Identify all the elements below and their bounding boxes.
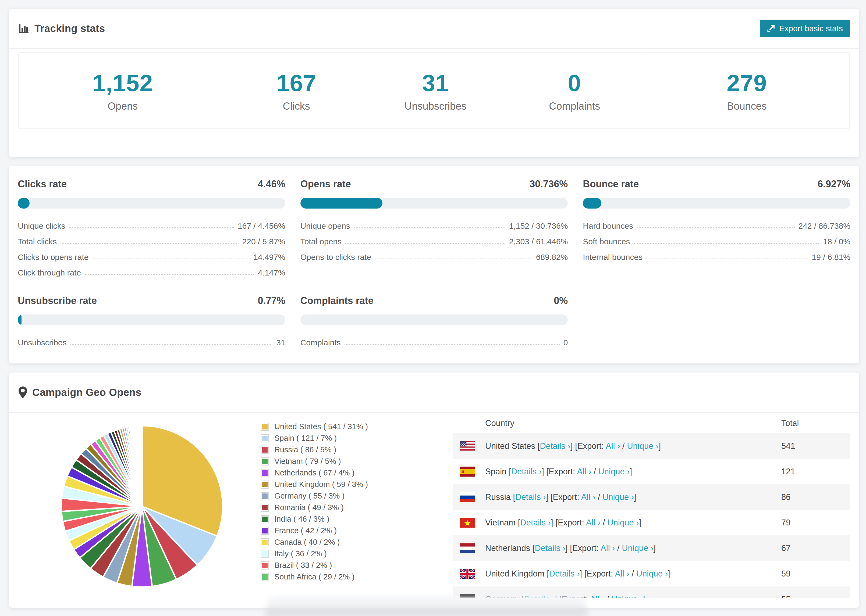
stat-cell-clicks: 167Clicks — [227, 53, 366, 129]
dotted-leader — [354, 227, 505, 228]
export-all-link[interactable]: All › — [586, 518, 600, 527]
dotted-leader — [69, 227, 234, 228]
rate-detail-row: Click through rate4.147% — [18, 262, 285, 277]
rate-header: Bounce rate6.927% — [583, 178, 850, 190]
stat-value: 167 — [276, 69, 316, 97]
total-cell: 541 — [781, 441, 850, 451]
rate-title: Bounce rate — [583, 178, 639, 190]
stat-value: 0 — [568, 69, 581, 97]
stat-cell-unsubscribes: 31Unsubscribes — [366, 53, 505, 129]
legend-label: Romania ( 49 / 3% ) — [274, 503, 344, 512]
legend-swatch — [261, 538, 269, 546]
details-link[interactable]: Details › — [520, 518, 551, 527]
export-all-link[interactable]: All › — [601, 544, 615, 553]
dotted-leader — [375, 259, 532, 259]
rate-title: Complaints rate — [301, 295, 373, 306]
rate-value: 30.736% — [529, 178, 568, 190]
export-unique-link[interactable]: Unique › — [607, 518, 639, 527]
export-unique-link[interactable]: Unique › — [622, 544, 653, 553]
details-link[interactable]: Details › — [540, 441, 570, 451]
legend-item[interactable]: Canada ( 40 / 2% ) — [261, 536, 446, 548]
rate-progress-fill — [583, 198, 601, 209]
details-link[interactable]: Details › — [549, 569, 580, 578]
table-row-nl: Netherlands [Details ›] [Export: All › /… — [453, 535, 850, 561]
legend-item[interactable]: Vietnam ( 79 / 5% ) — [261, 456, 446, 467]
export-unique-link[interactable]: Unique › — [627, 441, 658, 451]
legend-item[interactable]: United Kingdom ( 59 / 3% ) — [261, 479, 446, 490]
total-cell: 55 — [781, 594, 850, 599]
stats-summary-row: 1,152Opens167Clicks31Unsubscribes0Compla… — [18, 52, 850, 129]
stat-label: Opens — [107, 101, 138, 112]
geo-title: Campaign Geo Opens — [32, 387, 142, 398]
legend-item[interactable]: Romania ( 49 / 3% ) — [261, 502, 446, 513]
rate-progress-fill — [18, 198, 30, 209]
dotted-leader — [71, 344, 273, 345]
country-name: United States — [485, 441, 538, 451]
rate-detail-value: 18 / 0% — [823, 237, 850, 246]
details-link[interactable]: Details › — [535, 544, 565, 553]
legend-item[interactable]: Italy ( 36 / 2% ) — [261, 548, 446, 559]
export-all-link[interactable]: All › — [581, 492, 595, 502]
legend-item[interactable]: United States ( 541 / 31% ) — [261, 421, 446, 432]
export-unique-link[interactable]: Unique › — [611, 594, 643, 599]
legend-label: Canada ( 40 / 2% ) — [274, 538, 340, 547]
export-unique-link[interactable]: Unique › — [598, 467, 630, 476]
total-column-header: Total — [781, 418, 850, 428]
legend-item[interactable]: Spain ( 121 / 7% ) — [261, 432, 446, 444]
legend-item[interactable]: Brazil ( 33 / 2% ) — [261, 559, 446, 571]
rate-detail-value: 31 — [276, 338, 285, 347]
rate-detail-value: 2,303 / 61.446% — [509, 237, 568, 246]
rate-title: Opens rate — [301, 178, 351, 190]
table-row-es: Spain [Details ›] [Export: All › / Uniqu… — [453, 459, 850, 484]
rate-detail-row: Opens to clicks rate689.82% — [301, 246, 568, 262]
total-cell: 67 — [781, 544, 850, 553]
legend-item[interactable]: France ( 42 / 2% ) — [261, 525, 446, 536]
rate-detail-label: Soft bounces — [583, 237, 630, 246]
details-link[interactable]: Details › — [511, 467, 542, 476]
rate-detail-row: Complaints0 — [301, 332, 568, 347]
legend-label: Germany ( 55 / 3% ) — [274, 492, 345, 500]
stat-value: 279 — [727, 69, 767, 97]
legend-item[interactable]: India ( 46 / 3% ) — [261, 513, 446, 525]
export-all-link[interactable]: All › — [590, 594, 604, 599]
legend-item[interactable]: Russia ( 86 / 5% ) — [261, 444, 446, 456]
legend-swatch — [261, 573, 269, 581]
legend-label: France ( 42 / 2% ) — [274, 526, 337, 535]
stat-value: 1,152 — [93, 69, 153, 97]
legend-item[interactable]: South Africa ( 29 / 2% ) — [261, 571, 446, 583]
pie-slice-other[interactable] — [142, 426, 142, 506]
country-cell: United States [Details ›] [Export: All ›… — [475, 441, 781, 451]
rate-detail-list: Unique opens1,152 / 30.736%Total opens2,… — [301, 215, 568, 262]
legend-label: Spain ( 121 / 7% ) — [274, 434, 337, 443]
rate-block-clicks-rate: Clicks rate4.46%Unique clicks167 / 4.456… — [18, 178, 285, 277]
rate-detail-row: Soft bounces18 / 0% — [583, 231, 850, 246]
rate-detail-value: 14.497% — [254, 253, 285, 262]
rate-detail-label: Unique opens — [301, 222, 350, 231]
export-all-link[interactable]: All › — [606, 441, 620, 451]
total-cell: 59 — [781, 569, 850, 579]
nl-flag-icon — [460, 543, 475, 553]
legend-item[interactable]: Netherlands ( 67 / 4% ) — [261, 467, 446, 479]
export-all-link[interactable]: All › — [577, 467, 591, 476]
legend-swatch — [261, 504, 269, 512]
rate-detail-value: 689.82% — [536, 253, 568, 262]
stat-label: Complaints — [549, 101, 600, 112]
country-cell: Russia [Details ›] [Export: All › / Uniq… — [475, 492, 781, 502]
export-basic-stats-button[interactable]: Export basic stats — [760, 20, 850, 37]
rate-detail-list: Complaints0 — [301, 332, 568, 347]
legend-label: Russia ( 86 / 5% ) — [274, 445, 336, 454]
rate-detail-label: Hard bounces — [583, 222, 633, 231]
rate-progress-track — [583, 198, 850, 209]
rate-detail-value: 220 / 5.87% — [242, 237, 285, 246]
dotted-leader — [637, 227, 794, 228]
rate-detail-value: 167 / 4.456% — [238, 222, 285, 231]
export-unique-link[interactable]: Unique › — [602, 492, 634, 502]
export-all-link[interactable]: All › — [615, 569, 629, 578]
legend-item[interactable]: Germany ( 55 / 3% ) — [261, 490, 446, 502]
rate-detail-list: Unsubscribes31 — [18, 332, 285, 347]
table-row-vn: Vietnam [Details ›] [Export: All › / Uni… — [453, 510, 850, 535]
legend-swatch — [261, 492, 269, 500]
export-unique-link[interactable]: Unique › — [636, 569, 668, 578]
details-link[interactable]: Details › — [515, 492, 546, 502]
us-flag-icon — [460, 441, 475, 451]
